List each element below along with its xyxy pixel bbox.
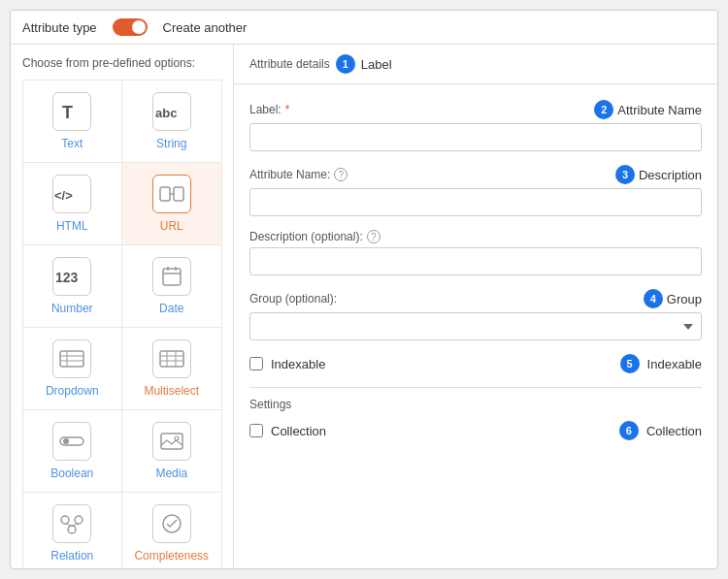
type-url-icon	[152, 175, 191, 213]
indexable-form-group: Indexable 5 Indexable	[249, 354, 702, 373]
svg-rect-14	[160, 351, 183, 367]
settings-section: Settings Collection 6 Collection	[249, 387, 702, 440]
type-multiselect-icon	[152, 339, 191, 378]
annotation-group-text: Group	[667, 292, 702, 306]
annotation-bubble-3: 3	[615, 165, 635, 184]
svg-rect-21	[161, 434, 182, 449]
label-required-star: *	[285, 103, 290, 116]
type-multiselect-label: Multiselect	[144, 384, 199, 398]
group-form-group: Group (optional): 4 Group	[249, 289, 702, 340]
svg-text:123: 123	[55, 270, 79, 285]
annotation-bubble-4: 4	[644, 289, 663, 308]
group-select[interactable]	[249, 312, 702, 340]
svg-text:T: T	[62, 103, 73, 122]
attribute-details-label: Attribute details	[249, 57, 330, 71]
right-panel: Attribute details 1 Label Label: * 2 Att…	[234, 45, 717, 568]
annotation-bubble-1: 1	[336, 54, 355, 74]
settings-title: Settings	[249, 398, 702, 411]
type-relation-icon	[52, 504, 91, 543]
description-input[interactable]	[249, 247, 702, 275]
type-dropdown-icon	[52, 339, 91, 378]
type-text-icon: T	[52, 92, 91, 131]
svg-rect-6	[163, 269, 181, 285]
type-relation-label: Relation	[50, 549, 93, 563]
svg-rect-4	[174, 187, 183, 201]
annotation-label-text: Label	[361, 57, 392, 72]
annotation-bubble-5: 5	[620, 354, 640, 373]
type-dropdown-label: Dropdown	[46, 384, 99, 398]
type-dropdown-item[interactable]: Dropdown	[22, 327, 123, 410]
group-field-label: Group (optional): 4 Group	[249, 289, 702, 308]
type-url-item[interactable]: URL	[121, 162, 222, 245]
type-multiselect-item[interactable]: Multiselect	[121, 327, 222, 410]
annotation-description-text: Description	[639, 168, 702, 182]
type-html-icon: </>	[52, 175, 91, 213]
type-relation-item[interactable]: Relation	[22, 492, 123, 569]
collection-label: Collection	[271, 424, 326, 438]
annotation-attributename-text: Attribute Name	[617, 103, 702, 117]
svg-rect-3	[160, 187, 170, 201]
left-panel-title: Choose from pre-defined options:	[22, 56, 221, 70]
description-form-group: Description (optional): ?	[249, 230, 702, 275]
svg-point-24	[75, 516, 83, 524]
annotation-collection-text: Collection	[646, 424, 702, 438]
annotation-bubble-2: 2	[594, 100, 613, 119]
type-text-label: Text	[61, 137, 83, 150]
svg-text:</>: </>	[54, 188, 73, 203]
type-completeness-icon	[152, 504, 191, 543]
annotation-bubble-6: 6	[619, 421, 639, 440]
top-bar: Attribute type Create another	[11, 11, 717, 45]
type-text-item[interactable]: T Text	[22, 80, 123, 163]
svg-point-25	[68, 526, 76, 533]
attribute-name-help-icon[interactable]: ?	[334, 168, 347, 181]
attribute-name-input[interactable]	[249, 188, 702, 216]
type-boolean-label: Boolean	[50, 466, 93, 480]
label-input[interactable]	[249, 123, 702, 151]
type-boolean-item[interactable]: Boolean	[22, 409, 123, 493]
attribute-name-form-group: Attribute Name: ? 3 Description	[249, 165, 702, 216]
svg-line-27	[72, 524, 79, 526]
right-panel-header: Attribute details 1 Label	[234, 45, 717, 84]
type-number-label: Number	[51, 302, 93, 315]
content-area: Choose from pre-defined options: T Text …	[11, 45, 717, 568]
type-completeness-item[interactable]: Completeness	[121, 492, 222, 569]
create-another-label: Create another	[163, 20, 248, 35]
collection-checkbox[interactable]	[249, 424, 263, 437]
svg-point-23	[61, 516, 69, 524]
indexable-checkbox[interactable]	[249, 357, 263, 370]
type-media-item[interactable]: Media	[121, 409, 222, 493]
type-media-icon	[152, 422, 191, 461]
label-field-label: Label: * 2 Attribute Name	[249, 100, 702, 119]
type-html-item[interactable]: </> HTML	[22, 162, 123, 245]
type-completeness-label: Completeness	[134, 549, 209, 563]
collection-row: Collection 6 Collection	[249, 421, 702, 440]
indexable-label: Indexable	[271, 357, 325, 371]
description-field-label: Description (optional): ?	[249, 230, 702, 243]
type-string-icon: abc	[152, 92, 191, 131]
svg-line-26	[65, 524, 72, 526]
type-string-label: String	[156, 137, 186, 150]
type-date-label: Date	[159, 302, 183, 315]
description-help-icon[interactable]: ?	[367, 230, 381, 243]
type-url-label: URL	[160, 219, 183, 233]
attribute-name-label: Attribute Name: ? 3 Description	[249, 165, 702, 184]
svg-rect-10	[60, 351, 83, 367]
right-panel-form: Label: * 2 Attribute Name Attribute Name…	[234, 84, 717, 456]
label-form-group: Label: * 2 Attribute Name	[249, 100, 702, 151]
svg-point-20	[63, 438, 69, 444]
type-date-icon	[152, 257, 191, 296]
type-string-item[interactable]: abc String	[121, 80, 222, 163]
type-boolean-icon	[52, 422, 91, 461]
type-html-label: HTML	[56, 219, 88, 233]
type-media-label: Media	[155, 466, 187, 480]
attribute-type-label: Attribute type	[22, 20, 97, 35]
left-panel: Choose from pre-defined options: T Text …	[11, 45, 234, 568]
attribute-type-grid: T Text abc String </> HTML	[22, 80, 221, 568]
annotation-indexable-text: Indexable	[647, 357, 702, 371]
create-another-toggle[interactable]	[113, 18, 148, 36]
svg-text:abc: abc	[155, 106, 177, 120]
indexable-row: Indexable 5 Indexable	[249, 354, 702, 373]
type-date-item[interactable]: Date	[121, 244, 222, 328]
type-number-icon: 123	[52, 257, 91, 296]
type-number-item[interactable]: 123 Number	[22, 244, 123, 328]
